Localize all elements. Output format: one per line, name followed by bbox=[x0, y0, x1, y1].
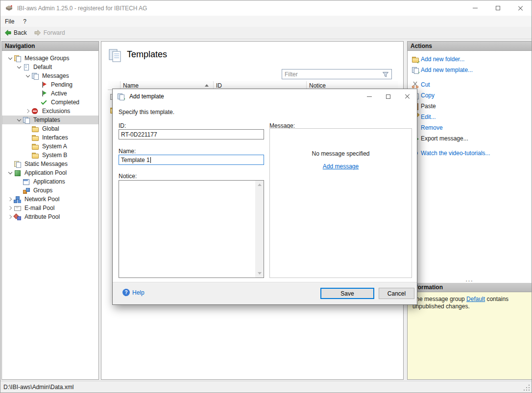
template-add-icon bbox=[411, 67, 419, 73]
resize-grip[interactable] bbox=[529, 390, 530, 391]
toolbar: Back Forward bbox=[0, 27, 532, 39]
tree-item-network-pool[interactable]: Network Pool bbox=[2, 195, 98, 204]
tree-item-templates[interactable]: Templates bbox=[2, 116, 98, 124]
default-group-link[interactable]: Default bbox=[466, 296, 485, 302]
tree-item-email-pool[interactable]: E-mail Pool bbox=[2, 204, 98, 212]
maximize-icon bbox=[496, 6, 500, 10]
name-input[interactable]: Template 1 bbox=[119, 155, 264, 165]
active-flag-icon bbox=[40, 90, 48, 97]
dialog-titlebar[interactable]: Add template bbox=[113, 89, 417, 104]
chevron-right-icon[interactable] bbox=[7, 205, 14, 211]
network-pool-icon bbox=[14, 196, 21, 203]
chevron-down-icon[interactable] bbox=[7, 55, 14, 62]
scroll-up-icon[interactable] bbox=[255, 181, 264, 189]
action-cut[interactable]: Cut bbox=[408, 79, 532, 90]
action-paste[interactable]: Paste bbox=[408, 101, 532, 112]
navigation-tree: Message Groups Default Messages Pending … bbox=[2, 51, 98, 221]
message-groups-icon bbox=[14, 55, 21, 62]
dialog-maximize-button[interactable] bbox=[379, 89, 398, 104]
page-title: Templates bbox=[127, 49, 167, 60]
dialog-minimize-button[interactable] bbox=[360, 89, 379, 104]
tree-item-groups[interactable]: Groups bbox=[2, 186, 98, 195]
app-icon bbox=[5, 4, 13, 12]
menu-bar: File ? bbox=[0, 16, 532, 27]
templates-page-icon bbox=[108, 47, 122, 62]
folder-add-icon bbox=[411, 56, 419, 63]
id-input[interactable]: RT-0D221177 bbox=[119, 129, 264, 139]
scroll-down-icon[interactable] bbox=[255, 269, 264, 277]
information-header: Information bbox=[408, 283, 532, 292]
tree-item-completed[interactable]: Completed bbox=[2, 98, 98, 107]
navigation-panel: Navigation Message Groups Default Messag… bbox=[1, 41, 99, 380]
tree-item-active[interactable]: Active bbox=[2, 89, 98, 98]
chevron-spacer bbox=[24, 152, 31, 159]
close-icon bbox=[405, 93, 411, 99]
maximize-icon bbox=[386, 94, 390, 99]
chevron-down-icon[interactable] bbox=[7, 169, 14, 176]
filter-placeholder: Filter bbox=[285, 71, 382, 78]
groups-icon bbox=[23, 187, 30, 194]
completed-check-icon bbox=[40, 99, 48, 106]
minimize-icon bbox=[473, 8, 478, 8]
chevron-right-icon[interactable] bbox=[7, 196, 14, 203]
action-remove[interactable]: Remove bbox=[408, 122, 532, 133]
action-add-new-folder[interactable]: Add new folder... bbox=[408, 54, 532, 65]
tree-item-application-pool[interactable]: Application Pool bbox=[2, 168, 98, 177]
tree-item-exclusions[interactable]: Exclusions bbox=[2, 107, 98, 116]
chevron-spacer bbox=[24, 143, 31, 150]
tree-item-attribute-pool[interactable]: Attribute Pool bbox=[2, 212, 98, 221]
add-message-link[interactable]: Add message bbox=[323, 163, 359, 170]
help-link[interactable]: Help bbox=[122, 289, 145, 296]
menu-file[interactable]: File bbox=[0, 17, 19, 26]
notice-scrollbar[interactable] bbox=[255, 181, 264, 277]
window-titlebar: IBI-aws Admin 1.25.0 - registered for IB… bbox=[0, 0, 532, 16]
action-edit[interactable]: Edit... bbox=[408, 112, 532, 122]
tree-item-message-groups[interactable]: Message Groups bbox=[2, 54, 98, 63]
back-arrow-icon bbox=[4, 29, 12, 37]
chevron-right-icon[interactable] bbox=[7, 213, 14, 220]
close-button[interactable] bbox=[509, 0, 532, 16]
minimize-button[interactable] bbox=[464, 0, 486, 16]
tree-item-interfaces[interactable]: Interfaces bbox=[2, 133, 98, 142]
tree-item-messages[interactable]: Messages bbox=[2, 71, 98, 80]
cancel-button[interactable]: Cancel bbox=[379, 288, 414, 299]
email-pool-icon bbox=[14, 205, 21, 211]
forward-button[interactable]: Forward bbox=[30, 28, 69, 38]
add-template-dialog: Add template Specify this template. ID: … bbox=[112, 89, 417, 305]
chevron-down-icon[interactable] bbox=[16, 116, 23, 123]
save-button[interactable]: Save bbox=[320, 288, 374, 299]
dialog-subtitle: Specify this template. bbox=[119, 109, 174, 116]
notice-textarea[interactable] bbox=[119, 180, 264, 278]
minimize-icon bbox=[367, 96, 372, 97]
tree-item-pending[interactable]: Pending bbox=[2, 80, 98, 89]
chevron-right-icon[interactable] bbox=[24, 108, 31, 115]
chevron-down-icon[interactable] bbox=[16, 64, 23, 70]
static-messages-icon bbox=[14, 161, 21, 167]
back-button[interactable]: Back bbox=[0, 28, 30, 38]
notice-label: Notice: bbox=[119, 173, 137, 180]
id-label: ID: bbox=[119, 122, 126, 129]
panel-splitter[interactable]: ... bbox=[408, 276, 532, 283]
tree-item-applications[interactable]: Applications bbox=[2, 177, 98, 186]
close-icon bbox=[517, 5, 523, 11]
tree-item-system-a[interactable]: System A bbox=[2, 142, 98, 151]
filter-funnel-icon bbox=[382, 71, 389, 78]
dialog-close-button[interactable] bbox=[398, 89, 417, 104]
chevron-spacer bbox=[33, 81, 40, 88]
chevron-down-icon[interactable] bbox=[24, 72, 31, 79]
tree-item-default[interactable]: Default bbox=[2, 63, 98, 71]
pending-flag-icon bbox=[40, 81, 48, 88]
maximize-button[interactable] bbox=[486, 0, 509, 16]
action-watch-video-tutorials[interactable]: Watch the video-tutorials... bbox=[408, 148, 532, 159]
tree-item-global[interactable]: Global bbox=[2, 124, 98, 133]
window-title: IBI-aws Admin 1.25.0 - registered for IB… bbox=[17, 5, 147, 12]
actions-header: Actions bbox=[408, 42, 532, 51]
filter-input[interactable]: Filter bbox=[282, 69, 392, 79]
menu-help[interactable]: ? bbox=[19, 17, 31, 26]
action-copy[interactable]: Copy bbox=[408, 90, 532, 101]
action-export-message[interactable]: Export message... bbox=[408, 133, 532, 144]
tree-item-system-b[interactable]: System B bbox=[2, 151, 98, 160]
name-label: Name: bbox=[119, 148, 136, 155]
tree-item-static-messages[interactable]: Static Messages bbox=[2, 160, 98, 168]
action-add-new-template[interactable]: Add new template... bbox=[408, 65, 532, 75]
